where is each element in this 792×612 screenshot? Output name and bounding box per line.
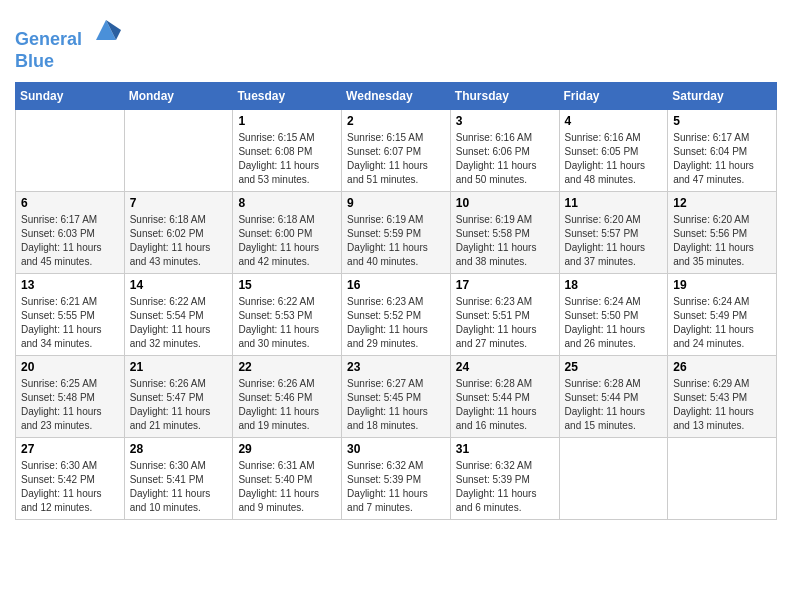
calendar-cell: 22Sunrise: 6:26 AMSunset: 5:46 PMDayligh… (233, 355, 342, 437)
day-detail: Sunrise: 6:17 AMSunset: 6:04 PMDaylight:… (673, 131, 771, 187)
day-number: 23 (347, 360, 445, 374)
logo-text: General (15, 15, 121, 51)
calendar-cell: 5Sunrise: 6:17 AMSunset: 6:04 PMDaylight… (668, 109, 777, 191)
calendar-cell: 6Sunrise: 6:17 AMSunset: 6:03 PMDaylight… (16, 191, 125, 273)
page-header: General Blue (15, 15, 777, 72)
calendar-cell: 18Sunrise: 6:24 AMSunset: 5:50 PMDayligh… (559, 273, 668, 355)
day-detail: Sunrise: 6:28 AMSunset: 5:44 PMDaylight:… (565, 377, 663, 433)
column-header-thursday: Thursday (450, 82, 559, 109)
day-number: 14 (130, 278, 228, 292)
calendar-table: SundayMondayTuesdayWednesdayThursdayFrid… (15, 82, 777, 520)
day-number: 8 (238, 196, 336, 210)
calendar-cell: 12Sunrise: 6:20 AMSunset: 5:56 PMDayligh… (668, 191, 777, 273)
calendar-cell: 17Sunrise: 6:23 AMSunset: 5:51 PMDayligh… (450, 273, 559, 355)
calendar-cell: 3Sunrise: 6:16 AMSunset: 6:06 PMDaylight… (450, 109, 559, 191)
calendar-cell: 13Sunrise: 6:21 AMSunset: 5:55 PMDayligh… (16, 273, 125, 355)
calendar-cell (124, 109, 233, 191)
day-number: 20 (21, 360, 119, 374)
day-number: 22 (238, 360, 336, 374)
day-number: 15 (238, 278, 336, 292)
column-header-friday: Friday (559, 82, 668, 109)
calendar-cell: 19Sunrise: 6:24 AMSunset: 5:49 PMDayligh… (668, 273, 777, 355)
calendar-cell (16, 109, 125, 191)
day-detail: Sunrise: 6:16 AMSunset: 6:05 PMDaylight:… (565, 131, 663, 187)
day-number: 5 (673, 114, 771, 128)
day-detail: Sunrise: 6:22 AMSunset: 5:53 PMDaylight:… (238, 295, 336, 351)
day-detail: Sunrise: 6:16 AMSunset: 6:06 PMDaylight:… (456, 131, 554, 187)
column-header-wednesday: Wednesday (342, 82, 451, 109)
calendar-week-5: 27Sunrise: 6:30 AMSunset: 5:42 PMDayligh… (16, 437, 777, 519)
calendar-cell: 31Sunrise: 6:32 AMSunset: 5:39 PMDayligh… (450, 437, 559, 519)
day-number: 31 (456, 442, 554, 456)
day-number: 4 (565, 114, 663, 128)
calendar-cell: 27Sunrise: 6:30 AMSunset: 5:42 PMDayligh… (16, 437, 125, 519)
day-detail: Sunrise: 6:30 AMSunset: 5:42 PMDaylight:… (21, 459, 119, 515)
day-number: 30 (347, 442, 445, 456)
day-detail: Sunrise: 6:21 AMSunset: 5:55 PMDaylight:… (21, 295, 119, 351)
day-number: 27 (21, 442, 119, 456)
calendar-cell: 21Sunrise: 6:26 AMSunset: 5:47 PMDayligh… (124, 355, 233, 437)
logo-icon (91, 15, 121, 45)
day-detail: Sunrise: 6:18 AMSunset: 6:00 PMDaylight:… (238, 213, 336, 269)
day-detail: Sunrise: 6:32 AMSunset: 5:39 PMDaylight:… (456, 459, 554, 515)
calendar-cell: 8Sunrise: 6:18 AMSunset: 6:00 PMDaylight… (233, 191, 342, 273)
day-detail: Sunrise: 6:32 AMSunset: 5:39 PMDaylight:… (347, 459, 445, 515)
column-header-monday: Monday (124, 82, 233, 109)
calendar-cell: 30Sunrise: 6:32 AMSunset: 5:39 PMDayligh… (342, 437, 451, 519)
day-number: 11 (565, 196, 663, 210)
day-number: 25 (565, 360, 663, 374)
day-number: 19 (673, 278, 771, 292)
calendar-cell: 28Sunrise: 6:30 AMSunset: 5:41 PMDayligh… (124, 437, 233, 519)
calendar-cell: 24Sunrise: 6:28 AMSunset: 5:44 PMDayligh… (450, 355, 559, 437)
day-detail: Sunrise: 6:30 AMSunset: 5:41 PMDaylight:… (130, 459, 228, 515)
day-detail: Sunrise: 6:29 AMSunset: 5:43 PMDaylight:… (673, 377, 771, 433)
day-number: 29 (238, 442, 336, 456)
day-number: 17 (456, 278, 554, 292)
day-detail: Sunrise: 6:26 AMSunset: 5:46 PMDaylight:… (238, 377, 336, 433)
calendar-cell: 25Sunrise: 6:28 AMSunset: 5:44 PMDayligh… (559, 355, 668, 437)
day-detail: Sunrise: 6:28 AMSunset: 5:44 PMDaylight:… (456, 377, 554, 433)
calendar-cell: 26Sunrise: 6:29 AMSunset: 5:43 PMDayligh… (668, 355, 777, 437)
day-detail: Sunrise: 6:20 AMSunset: 5:56 PMDaylight:… (673, 213, 771, 269)
calendar-cell: 20Sunrise: 6:25 AMSunset: 5:48 PMDayligh… (16, 355, 125, 437)
calendar-week-4: 20Sunrise: 6:25 AMSunset: 5:48 PMDayligh… (16, 355, 777, 437)
calendar-cell: 10Sunrise: 6:19 AMSunset: 5:58 PMDayligh… (450, 191, 559, 273)
day-detail: Sunrise: 6:15 AMSunset: 6:07 PMDaylight:… (347, 131, 445, 187)
day-number: 16 (347, 278, 445, 292)
day-detail: Sunrise: 6:19 AMSunset: 5:58 PMDaylight:… (456, 213, 554, 269)
day-number: 26 (673, 360, 771, 374)
day-number: 24 (456, 360, 554, 374)
day-number: 2 (347, 114, 445, 128)
day-detail: Sunrise: 6:25 AMSunset: 5:48 PMDaylight:… (21, 377, 119, 433)
day-detail: Sunrise: 6:15 AMSunset: 6:08 PMDaylight:… (238, 131, 336, 187)
day-number: 3 (456, 114, 554, 128)
calendar-cell (668, 437, 777, 519)
calendar-cell: 9Sunrise: 6:19 AMSunset: 5:59 PMDaylight… (342, 191, 451, 273)
day-detail: Sunrise: 6:23 AMSunset: 5:52 PMDaylight:… (347, 295, 445, 351)
calendar-cell: 29Sunrise: 6:31 AMSunset: 5:40 PMDayligh… (233, 437, 342, 519)
calendar-cell: 4Sunrise: 6:16 AMSunset: 6:05 PMDaylight… (559, 109, 668, 191)
column-header-saturday: Saturday (668, 82, 777, 109)
day-number: 18 (565, 278, 663, 292)
calendar-cell: 7Sunrise: 6:18 AMSunset: 6:02 PMDaylight… (124, 191, 233, 273)
calendar-cell (559, 437, 668, 519)
day-detail: Sunrise: 6:20 AMSunset: 5:57 PMDaylight:… (565, 213, 663, 269)
day-number: 7 (130, 196, 228, 210)
calendar-cell: 23Sunrise: 6:27 AMSunset: 5:45 PMDayligh… (342, 355, 451, 437)
day-number: 12 (673, 196, 771, 210)
day-detail: Sunrise: 6:22 AMSunset: 5:54 PMDaylight:… (130, 295, 228, 351)
calendar-cell: 16Sunrise: 6:23 AMSunset: 5:52 PMDayligh… (342, 273, 451, 355)
calendar-cell: 2Sunrise: 6:15 AMSunset: 6:07 PMDaylight… (342, 109, 451, 191)
day-number: 13 (21, 278, 119, 292)
logo-blue: Blue (15, 51, 121, 72)
day-number: 6 (21, 196, 119, 210)
calendar-week-1: 1Sunrise: 6:15 AMSunset: 6:08 PMDaylight… (16, 109, 777, 191)
day-detail: Sunrise: 6:19 AMSunset: 5:59 PMDaylight:… (347, 213, 445, 269)
day-detail: Sunrise: 6:23 AMSunset: 5:51 PMDaylight:… (456, 295, 554, 351)
day-detail: Sunrise: 6:31 AMSunset: 5:40 PMDaylight:… (238, 459, 336, 515)
calendar-cell: 11Sunrise: 6:20 AMSunset: 5:57 PMDayligh… (559, 191, 668, 273)
day-detail: Sunrise: 6:17 AMSunset: 6:03 PMDaylight:… (21, 213, 119, 269)
calendar-header-row: SundayMondayTuesdayWednesdayThursdayFrid… (16, 82, 777, 109)
day-detail: Sunrise: 6:24 AMSunset: 5:50 PMDaylight:… (565, 295, 663, 351)
day-number: 10 (456, 196, 554, 210)
